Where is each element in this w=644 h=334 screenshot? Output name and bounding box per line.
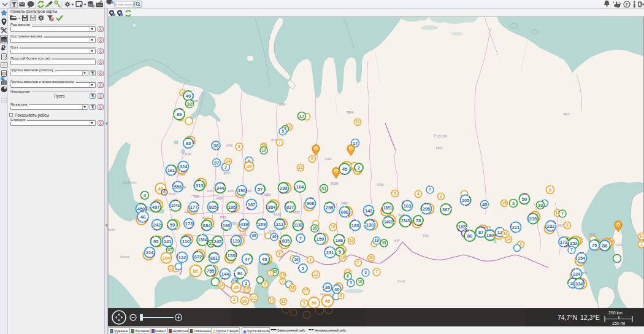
svg-text:1043: 1043 xyxy=(171,203,180,208)
svg-text:608: 608 xyxy=(341,209,349,215)
svg-text:ОРЕ: ОРЕ xyxy=(269,230,276,233)
svg-text:47: 47 xyxy=(245,257,250,262)
svg-text:80: 80 xyxy=(467,233,473,239)
svg-text:245: 245 xyxy=(214,239,222,244)
svg-text:166: 166 xyxy=(335,238,343,243)
svg-text:17: 17 xyxy=(353,141,358,146)
svg-text:40: 40 xyxy=(272,235,277,239)
svg-text:232: 232 xyxy=(547,223,555,229)
svg-text:3: 3 xyxy=(309,257,312,262)
svg-text:224: 224 xyxy=(573,271,581,277)
svg-text:130: 130 xyxy=(366,222,374,228)
svg-text:16: 16 xyxy=(294,257,299,262)
svg-text:12: 12 xyxy=(313,272,318,276)
svg-text:9: 9 xyxy=(566,223,569,227)
svg-text:34: 34 xyxy=(503,231,508,236)
svg-text:6: 6 xyxy=(347,274,349,278)
svg-text:3: 3 xyxy=(350,281,352,285)
svg-text:КАР: КАР xyxy=(185,152,192,156)
svg-text:39: 39 xyxy=(251,233,256,238)
svg-text:45: 45 xyxy=(325,298,331,304)
svg-text:334: 334 xyxy=(575,281,583,287)
svg-text:ПСК: ПСК xyxy=(169,192,176,196)
svg-text:НЕН: НЕН xyxy=(279,103,286,106)
svg-text:755: 755 xyxy=(207,268,215,274)
svg-text:209: 209 xyxy=(258,222,266,227)
svg-text:141: 141 xyxy=(164,239,172,244)
svg-text:152: 152 xyxy=(570,241,578,246)
svg-text:344: 344 xyxy=(217,185,224,191)
svg-text:4: 4 xyxy=(512,201,515,206)
svg-text:10: 10 xyxy=(261,148,266,152)
svg-text:?: ? xyxy=(626,2,628,7)
svg-text:50: 50 xyxy=(522,196,527,202)
svg-text:2: 2 xyxy=(440,194,442,198)
svg-text:195: 195 xyxy=(228,204,236,210)
svg-text:Berlin: Berlin xyxy=(108,228,116,231)
svg-text:24: 24 xyxy=(219,283,224,287)
svg-text:908: 908 xyxy=(307,201,315,206)
svg-text:250 km: 250 km xyxy=(608,311,623,315)
svg-text:5: 5 xyxy=(303,301,305,305)
svg-text:ТЮМ: ТЮМ xyxy=(331,182,339,185)
svg-text:Россия: Россия xyxy=(434,134,447,138)
svg-text:17: 17 xyxy=(304,289,309,293)
svg-text:3: 3 xyxy=(364,270,367,274)
svg-text:8: 8 xyxy=(238,144,240,149)
svg-text:324: 324 xyxy=(180,164,188,169)
svg-text:235: 235 xyxy=(529,216,537,222)
svg-text:2: 2 xyxy=(640,242,643,246)
svg-text:161: 161 xyxy=(167,168,175,173)
svg-text:672: 672 xyxy=(194,254,202,260)
svg-text:258: 258 xyxy=(326,205,334,211)
svg-text:6: 6 xyxy=(311,157,313,161)
svg-text:172: 172 xyxy=(560,239,568,245)
svg-text:211: 211 xyxy=(276,222,284,227)
svg-text:74,7°N: 74,7°N xyxy=(558,314,577,321)
svg-text:5: 5 xyxy=(339,249,342,255)
svg-text:УДМ: УДМ xyxy=(264,193,271,196)
svg-text:183: 183 xyxy=(351,223,359,228)
svg-text:1304: 1304 xyxy=(198,238,207,242)
svg-text:211: 211 xyxy=(512,225,520,230)
svg-text:143: 143 xyxy=(365,208,373,214)
svg-text:ТОМ: ТОМ xyxy=(377,183,383,187)
svg-text:4: 4 xyxy=(417,192,420,196)
svg-text:2: 2 xyxy=(282,279,284,283)
svg-text:10: 10 xyxy=(269,298,274,302)
svg-text:190: 190 xyxy=(238,188,246,193)
svg-text:1: 1 xyxy=(269,271,272,275)
svg-text:45: 45 xyxy=(234,285,239,290)
svg-text:384: 384 xyxy=(268,204,276,210)
svg-text:1138: 1138 xyxy=(294,223,302,227)
svg-text:239: 239 xyxy=(280,185,288,191)
svg-text:21: 21 xyxy=(298,165,303,169)
svg-text:₽: ₽ xyxy=(1,44,6,52)
svg-text:153: 153 xyxy=(228,253,236,258)
svg-text:11: 11 xyxy=(356,120,360,124)
svg-text:5: 5 xyxy=(394,191,396,195)
svg-text:40: 40 xyxy=(334,287,340,292)
svg-text:24: 24 xyxy=(506,237,511,241)
svg-text:7: 7 xyxy=(570,247,573,252)
svg-text:10: 10 xyxy=(280,273,285,277)
svg-text:164: 164 xyxy=(296,184,304,190)
svg-text:РЯЗ: РЯЗ xyxy=(220,216,227,219)
svg-text:295: 295 xyxy=(423,206,431,212)
svg-text:5: 5 xyxy=(282,129,284,133)
svg-text:45: 45 xyxy=(262,257,267,262)
svg-text:АРХ: АРХ xyxy=(226,144,233,147)
svg-text:110: 110 xyxy=(182,239,190,244)
svg-text:Stockholm: Stockholm xyxy=(122,181,136,184)
svg-text:1403: 1403 xyxy=(384,220,393,224)
svg-text:ПЕН: ПЕН xyxy=(231,222,238,225)
svg-text:187: 187 xyxy=(248,202,256,208)
svg-text:31: 31 xyxy=(321,186,327,192)
svg-text:40: 40 xyxy=(482,202,488,208)
svg-text:ОМС: ОМС xyxy=(341,201,348,205)
svg-text:94: 94 xyxy=(237,271,243,276)
svg-text:ТУВ: ТУВ xyxy=(423,234,429,238)
svg-text:835: 835 xyxy=(282,238,290,244)
svg-text:87: 87 xyxy=(478,230,484,235)
svg-text:8: 8 xyxy=(264,282,266,286)
